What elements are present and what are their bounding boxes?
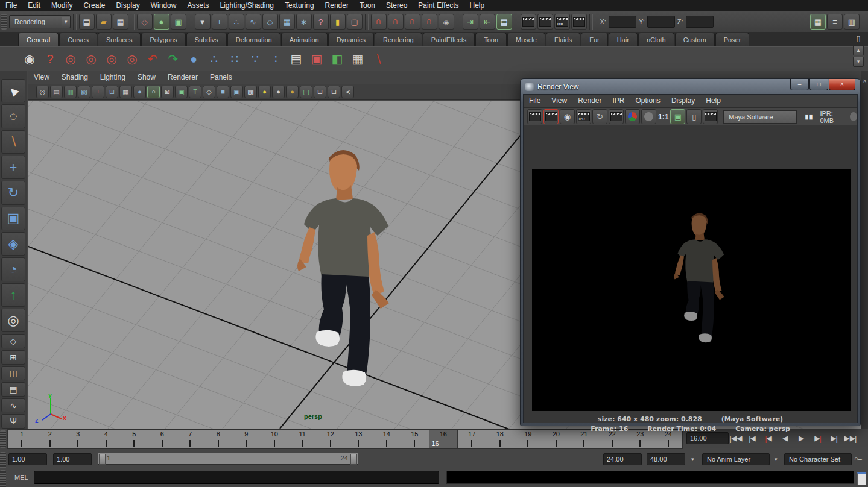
snapshot-icon[interactable]: ◉ [560,109,575,124]
character-set-dropdown[interactable]: No Character Set [784,453,852,465]
shelf-scroll-down-button[interactable]: ▼ [853,57,864,67]
gate-mask-icon[interactable]: ○ [147,86,160,98]
region-render-icon[interactable] [609,109,624,124]
schematic-view-icon[interactable]: ▤ [287,50,305,68]
snap-to-curve-icon[interactable]: ∪ [388,14,404,30]
play-backwards-button[interactable]: ◀ [778,431,793,445]
playback-start-field[interactable] [53,453,92,465]
shelf-tab-curves[interactable]: Curves [59,33,97,46]
menu-texturing[interactable]: Texturing [279,0,320,11]
anim-layer-dropdown[interactable]: No Anim Layer [702,453,770,465]
range-end-handle[interactable] [350,454,357,465]
resolution-gate-icon[interactable]: ● [133,86,146,98]
move-tool-icon[interactable]: + [1,156,25,179]
select-hierarchy-icon[interactable]: ◇ [137,14,153,30]
shelf-tab-deformation[interactable]: Deformation [227,33,280,46]
status-line-grip[interactable] [1,14,7,30]
layout-single-pane-icon[interactable]: ◇ [1,334,25,348]
menu-paint-effects[interactable]: Paint Effects [413,0,464,11]
go-to-end-button[interactable]: ▶▶| [843,431,858,445]
set-key-icon[interactable]: ○– [854,455,862,462]
rotate-tool-icon[interactable]: ↻ [1,181,25,204]
mask-handles-icon[interactable]: ∴ [229,14,244,30]
step-back-frame-button[interactable]: |◀ [745,431,760,445]
frame-cell[interactable]: 5 [120,430,148,448]
animation-end-field[interactable] [647,453,685,465]
current-time-field[interactable] [686,432,729,444]
attribute-editor-icon[interactable]: ▦ [810,14,826,30]
frame-cell[interactable]: 12 [317,430,345,448]
multi-pane-icon[interactable]: ⊟ [328,86,340,98]
close-button[interactable]: × [829,79,855,90]
shelf-tab-ncloth[interactable]: nCloth [638,33,674,46]
safe-action-icon[interactable]: ▣ [175,86,188,98]
pause-ipr-button[interactable]: ▮▮ [805,113,813,121]
shelf-trash-icon[interactable]: ▯ [856,34,860,43]
make-live-icon[interactable]: ◈ [439,14,454,30]
shelf-tab-custom[interactable]: Custom [675,33,715,46]
frame-cell[interactable]: 8 [204,430,233,448]
wireframe-icon[interactable]: ◇ [203,86,215,98]
minimize-button[interactable]: – [790,79,809,90]
menu-modify[interactable]: Modify [46,0,78,11]
snap-align-icon[interactable]: ▣ [308,50,326,68]
duplicate-icon[interactable]: ◧ [328,50,346,68]
render-view-menu-file[interactable]: File [524,95,546,107]
menu-edit[interactable]: Edit [22,0,46,11]
rgb-channels-icon[interactable] [625,109,640,124]
gold-light-icon[interactable]: ● [286,86,299,98]
mask-surfaces-icon[interactable]: ◇ [262,14,278,30]
input-connections-icon[interactable]: ⇥ [463,14,478,30]
tool-settings-icon[interactable]: ≡ [827,14,843,30]
field-chart-icon[interactable]: ⊠ [161,86,174,98]
step-back-key-button[interactable]: |◀ [761,431,776,445]
render-view-menu-options[interactable]: Options [630,95,666,107]
range-slider-track[interactable]: 1 24 [98,453,358,465]
mask-curves-icon[interactable]: ∿ [246,14,261,30]
menu-file[interactable]: File [0,0,22,11]
z-coordinate-field[interactable] [686,16,714,28]
renderer-dropdown[interactable]: Maya Software [723,110,797,124]
mel-input[interactable] [34,471,439,484]
help-icon[interactable]: ? [41,50,59,68]
film-gate-icon[interactable]: ▦ [119,86,132,98]
frame-cell[interactable]: 14 [373,430,401,448]
select-tool-icon[interactable]: ▲ [1,79,25,102]
shelf-tab-subdivs[interactable]: Subdivs [186,33,227,46]
joint-chain-icon[interactable]: ∵ [246,50,264,68]
frame-cell[interactable]: 3 [64,430,92,448]
poly-cube-icon[interactable]: ▦ [349,50,367,68]
viewport-menu-view[interactable]: View [28,71,55,84]
frame-cell[interactable]: 2 [36,430,65,448]
safe-title-icon[interactable]: T [189,86,201,98]
undo-icon[interactable]: ↶ [144,50,162,68]
character-set-chevron-icon[interactable]: ▾ [775,456,778,462]
menu-help[interactable]: Help [464,0,490,11]
shelf-scroll-up-button[interactable]: ▲ [853,45,864,55]
shelf-tab-animation[interactable]: Animation [281,33,328,46]
render-view-title-bar[interactable]: Render View – □ × [521,79,860,94]
chevron-down-icon[interactable]: ▾ [62,17,70,26]
step-forward-key-button[interactable]: ▶| [810,431,825,445]
frame-cell[interactable]: 1 [8,430,36,448]
frame-cell[interactable]: 7 [176,430,204,448]
save-scene-icon[interactable]: ▦ [113,14,128,30]
viewport-menu-lighting[interactable]: Lighting [94,71,131,84]
paint-select-tool-icon[interactable]: ∖ [1,130,25,154]
share-view-icon[interactable]: ≺ [341,86,354,98]
mask-dynamics-icon[interactable]: ∗ [296,14,312,30]
film-icon[interactable]: ◉ [21,50,39,68]
shelf-tab-muscle[interactable]: Muscle [507,33,545,46]
playback-end-field[interactable] [603,453,642,465]
lasso-tool-icon[interactable]: ◌ [1,104,25,128]
menu-render[interactable]: Render [320,0,354,11]
render-image[interactable] [532,169,851,411]
joint-tool-icon[interactable]: ∴ [205,50,223,68]
mask-points-icon[interactable]: + [212,14,227,30]
use-all-lights-icon[interactable]: ▩ [244,86,257,98]
render-view-menu-view[interactable]: View [546,95,572,107]
scale-tool-icon[interactable]: ▣ [1,207,25,230]
render-current-frame-icon[interactable] [537,14,553,30]
shelf-tab-dynamics[interactable]: Dynamics [328,33,374,46]
render-icon[interactable] [527,109,542,124]
